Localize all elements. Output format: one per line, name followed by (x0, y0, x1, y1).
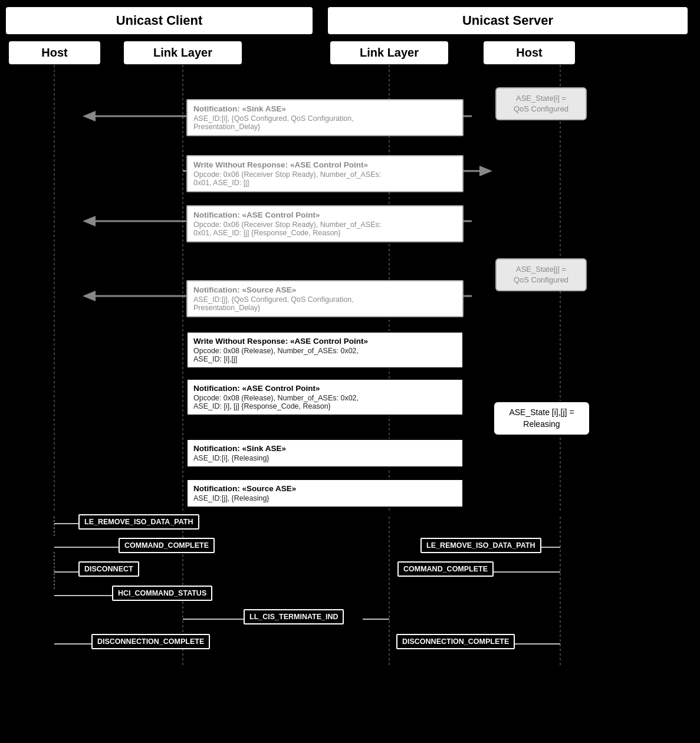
cmd-ll-cis-terminate: LL_CIS_TERMINATE_IND (244, 609, 344, 624)
msg-box-2: Write Without Response: «ASE Control Poi… (186, 155, 464, 192)
cmd-le-remove-left: LE_REMOVE_ISO_DATA_PATH (78, 514, 199, 530)
msg-box-5: Write Without Response: «ASE Control Poi… (186, 331, 464, 369)
link-layer-right-header: Link Layer (330, 41, 448, 64)
msg4-title: Notification: «Source ASE» (193, 285, 456, 294)
state-box-2: ASE_State[j] =QoS Configured (495, 258, 587, 291)
cmd-le-remove-right: LE_REMOVE_ISO_DATA_PATH (420, 538, 541, 553)
msg1-body: ASE_ID:[i], {QoS Configured, QoS Configu… (193, 114, 456, 131)
cmd-disconnect-left: DISCONNECT (78, 561, 139, 577)
ll-left-label: Link Layer (153, 46, 212, 59)
unicast-client-header: Unicast Client (6, 7, 313, 34)
msg7-title: Notification: «Sink ASE» (193, 444, 456, 453)
msg5-title: Write Without Response: «ASE Control Poi… (193, 337, 456, 346)
msg-box-7: Notification: «Sink ASE» ASE_ID:[i], {Re… (186, 439, 464, 468)
host-left-header: Host (9, 41, 100, 64)
msg6-title: Notification: «ASE Control Point» (193, 384, 456, 393)
msg-box-3: Notification: «ASE Control Point» Opcode… (186, 205, 464, 242)
svg-marker-7 (83, 111, 96, 121)
msg5-body: Opcode: 0x08 (Release), Number_of_ASEs: … (193, 347, 456, 363)
unicast-server-label: Unicast Server (462, 13, 553, 28)
svg-marker-18 (83, 291, 96, 301)
ll-right-label: Link Layer (360, 46, 419, 59)
msg2-title: Write Without Response: «ASE Control Poi… (193, 160, 456, 169)
msg1-title: Notification: «Sink ASE» (193, 104, 456, 113)
msg-box-1: Notification: «Sink ASE» ASE_ID:[i], {Qo… (186, 99, 464, 136)
cmd-disconnection-complete-right: DISCONNECTION_COMPLETE (396, 634, 515, 649)
cmd-disconnection-complete-left: DISCONNECTION_COMPLETE (91, 634, 210, 649)
link-layer-left-header: Link Layer (124, 41, 242, 64)
msg2-body: Opcode: 0x06 (Receiver Stop Ready), Numb… (193, 170, 456, 187)
unicast-client-label: Unicast Client (116, 13, 203, 28)
msg-box-8: Notification: «Source ASE» ASE_ID:[j], {… (186, 479, 464, 508)
cmd-hci-command-status: HCI_COMMAND_STATUS (112, 586, 212, 601)
msg8-body: ASE_ID:[j], {Releasing} (193, 494, 456, 502)
diagram: Unicast Client Unicast Server Host Link … (0, 0, 700, 743)
host-right-header: Host (484, 41, 575, 64)
state-box-1: ASE_State[i] =QoS Configured (495, 87, 587, 120)
msg3-body: Opcode: 0x06 (Receiver Stop Ready), Numb… (193, 221, 456, 237)
msg-box-6: Notification: «ASE Control Point» Opcode… (186, 379, 464, 416)
msg-box-4: Notification: «Source ASE» ASE_ID:[j], {… (186, 280, 464, 317)
unicast-server-header: Unicast Server (328, 7, 688, 34)
cmd-command-complete-left: COMMAND_COMPLETE (119, 538, 215, 553)
msg7-body: ASE_ID:[i], {Releasing} (193, 454, 456, 462)
msg8-title: Notification: «Source ASE» (193, 484, 456, 493)
svg-marker-10 (479, 166, 492, 176)
msg3-title: Notification: «ASE Control Point» (193, 211, 456, 219)
msg6-body: Opcode: 0x08 (Release), Number_of_ASEs: … (193, 394, 456, 410)
svg-marker-14 (83, 216, 96, 226)
state-box-3: ASE_State [i],[j] =Releasing (493, 401, 590, 436)
cmd-command-complete-right: COMMAND_COMPLETE (397, 561, 494, 577)
host-left-label: Host (41, 46, 67, 59)
host-right-label: Host (516, 46, 542, 59)
msg4-body: ASE_ID:[j], {QoS Configured, QoS Configu… (193, 295, 456, 312)
